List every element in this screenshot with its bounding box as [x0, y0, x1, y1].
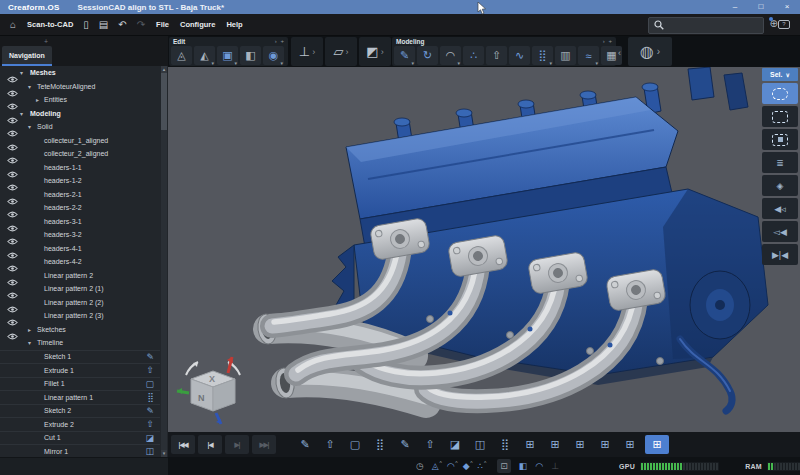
timeline-item[interactable]: Extrude 1⇧: [0, 363, 160, 377]
minimize-button[interactable]: –: [722, 0, 748, 14]
timeline-feature-combine-button[interactable]: ⊞: [620, 435, 640, 454]
linear-pattern-button[interactable]: ⣿▾: [532, 46, 553, 65]
timeline-feature-pattern-button[interactable]: ⣿: [495, 435, 515, 454]
tree-item[interactable]: headers-4-2: [0, 255, 160, 269]
sidebar-scrollbar[interactable]: [161, 66, 167, 457]
timeline-feature-cut-button[interactable]: ◪: [445, 435, 465, 454]
timeline-feature-combine-button[interactable]: ⊞: [645, 435, 669, 454]
scrollbar-thumb[interactable]: [161, 66, 167, 130]
chevron-right-icon[interactable]: ▸: [28, 326, 31, 333]
view-cube[interactable]: X N: [174, 351, 252, 429]
tree-item[interactable]: ▸Entities: [0, 93, 160, 107]
revolve-button[interactable]: ↻: [417, 46, 438, 65]
extrude-button[interactable]: ⇧: [486, 46, 507, 65]
timeline-item[interactable]: Sketch 1✎: [0, 350, 160, 364]
timeline-item[interactable]: Linear pattern 1⣿: [0, 390, 160, 404]
tree-item[interactable]: headers-3-1: [0, 215, 160, 229]
deviation-analysis-button[interactable]: ◧: [240, 46, 261, 65]
tree-item[interactable]: ▾Meshes: [0, 66, 160, 80]
home-button[interactable]: ⌂: [10, 15, 16, 35]
engine-model[interactable]: [168, 67, 800, 432]
modeling-section-controls[interactable]: › +: [603, 38, 613, 44]
timeline-item[interactable]: Extrude 2⇧: [0, 417, 160, 431]
mesh-visibility-icon[interactable]: ◬^: [432, 459, 439, 473]
grow-selection-tool[interactable]: ◈: [762, 175, 798, 196]
configure-menu[interactable]: Configure: [180, 20, 215, 29]
search-box[interactable]: [648, 17, 764, 34]
flip-back-tool[interactable]: ◀◃: [762, 198, 798, 219]
tree-item[interactable]: headers-2-1: [0, 188, 160, 202]
help-bubble-icon[interactable]: ?: [778, 20, 790, 29]
fit-surface-button[interactable]: ◠▾: [440, 46, 461, 65]
tree-item[interactable]: Linear pattern 2 (1): [0, 282, 160, 296]
step-back-button[interactable]: |◀: [198, 435, 222, 454]
globe-icon[interactable]: ⊕: [770, 18, 778, 29]
tree-item[interactable]: headers-1-1: [0, 161, 160, 175]
tree-item[interactable]: collecteur_2_aligned: [0, 147, 160, 161]
undo-button[interactable]: ↶: [118, 15, 126, 35]
timeline-feature-fillet-button[interactable]: ▢: [345, 435, 365, 454]
scroll-up-arrow[interactable]: ▴: [161, 66, 167, 73]
auto-surface-button[interactable]: ◍ ›: [628, 37, 672, 66]
mirror-view-tool[interactable]: ▶|◀: [762, 244, 798, 265]
timeline-item[interactable]: Fillet 1▢: [0, 377, 160, 391]
timeline-feature-combine-button[interactable]: ⊞: [570, 435, 590, 454]
maximize-button[interactable]: □: [748, 0, 774, 14]
chevron-down-icon[interactable]: ▾: [20, 69, 23, 76]
tree-item[interactable]: headers-2-2: [0, 201, 160, 215]
tree-item[interactable]: ▾Solid: [0, 120, 160, 134]
tree-item[interactable]: Linear pattern 2 (2): [0, 296, 160, 310]
tree-item[interactable]: ▾Timeline: [0, 336, 160, 350]
chevron-right-icon[interactable]: ▸: [36, 96, 39, 103]
timeline-item[interactable]: Mirror 1◫: [0, 444, 160, 457]
timeline-feature-sketch-button[interactable]: ✎: [295, 435, 315, 454]
timeline-feature-combine-button[interactable]: ⊞: [595, 435, 615, 454]
timeline-feature-sketch-button[interactable]: ✎: [395, 435, 415, 454]
chevron-down-icon[interactable]: ▾: [20, 110, 23, 117]
tree-item[interactable]: collecteur_1_aligned: [0, 134, 160, 148]
timeline-feature-combine-button[interactable]: ⊞: [520, 435, 540, 454]
tree-item[interactable]: headers-4-1: [0, 242, 160, 256]
history-status-icon[interactable]: ◷: [416, 459, 424, 473]
rectangle-select-tool[interactable]: [762, 106, 798, 127]
tree-item[interactable]: Linear pattern 2 (3): [0, 309, 160, 323]
defeature-button[interactable]: ◭▾: [194, 46, 215, 65]
save-button[interactable]: ▤: [99, 15, 108, 35]
tab-navigation[interactable]: Navigation: [2, 46, 52, 66]
timeline-feature-mirror-button[interactable]: ◫: [470, 435, 490, 454]
timeline-feature-pattern-button[interactable]: ⣿: [370, 435, 390, 454]
chevron-down-icon[interactable]: ▾: [28, 123, 31, 130]
clean-mesh-button[interactable]: ◬: [171, 46, 192, 65]
skip-to-start-button[interactable]: |◀◀: [171, 435, 195, 454]
timeline-item[interactable]: Sketch 2✎: [0, 404, 160, 418]
chevron-down-icon[interactable]: ▾: [28, 83, 31, 90]
tree-item[interactable]: headers-1-2: [0, 174, 160, 188]
timeline-item[interactable]: Cut 1◪: [0, 431, 160, 445]
file-menu[interactable]: File: [156, 20, 169, 29]
axes-view-icon[interactable]: ⊥: [551, 459, 559, 473]
extract-surface-group[interactable]: ◩›: [359, 37, 391, 66]
sketch-entities-group[interactable]: ▱›: [325, 37, 357, 66]
layer-select-tool[interactable]: ≣: [762, 152, 798, 173]
tree-item[interactable]: ▾Modeling: [0, 107, 160, 121]
edit-mesh-button[interactable]: ◉▾: [263, 46, 284, 65]
scroll-down-arrow[interactable]: ▾: [161, 450, 167, 457]
deviation-view-icon[interactable]: ◧: [519, 459, 528, 473]
component-pattern-button[interactable]: ∴: [463, 46, 484, 65]
edit-section-controls[interactable]: › +: [275, 38, 285, 44]
viewport-3d[interactable]: X N: [168, 67, 800, 432]
solid-view-icon[interactable]: ⊡: [497, 459, 511, 473]
tree-item[interactable]: ▾TeteMoteurAligned: [0, 80, 160, 94]
lasso-select-tool[interactable]: [762, 83, 798, 104]
flip-front-tool[interactable]: ◅◀: [762, 221, 798, 242]
pin-icon[interactable]: +: [44, 38, 48, 45]
surface-visibility-icon[interactable]: ◠^: [447, 459, 455, 473]
new-file-button[interactable]: ▯: [83, 15, 89, 35]
select-through-tool[interactable]: [762, 129, 798, 150]
axis-system-group[interactable]: ⊥›: [291, 37, 323, 66]
tree-item[interactable]: headers-3-2: [0, 228, 160, 242]
timeline-feature-extrude-button[interactable]: ⇧: [420, 435, 440, 454]
timeline-feature-extrude-button[interactable]: ⇧: [320, 435, 340, 454]
chevron-down-icon[interactable]: ▾: [28, 339, 31, 346]
selection-mode-dropdown[interactable]: Sel. ∨: [762, 68, 798, 81]
